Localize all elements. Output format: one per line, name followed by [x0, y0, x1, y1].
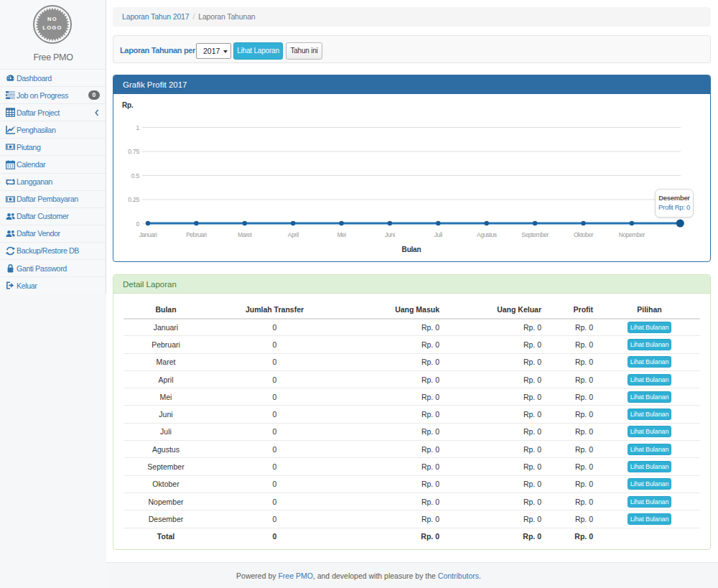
svg-text:0.75: 0.75 — [128, 148, 139, 155]
svg-text:0: 0 — [136, 220, 139, 228]
svg-text:Nopember: Nopember — [619, 231, 645, 238]
svg-text:April: April — [288, 231, 299, 238]
svg-text:Oktober: Oktober — [574, 231, 594, 238]
svg-text:Bulan: Bulan — [402, 246, 421, 253]
svg-text:0.25: 0.25 — [128, 196, 139, 203]
svg-text:Juli: Juli — [434, 231, 443, 238]
svg-text:Mei: Mei — [337, 231, 346, 238]
svg-text:Pebruari: Pebruari — [186, 231, 207, 238]
svg-text:0.5: 0.5 — [131, 172, 140, 179]
svg-text:Maret: Maret — [238, 231, 253, 238]
svg-text:NO: NO — [47, 16, 57, 22]
svg-text:September: September — [521, 231, 549, 238]
svg-text:Agustus: Agustus — [477, 231, 497, 238]
svg-text:LOGO: LOGO — [42, 24, 62, 30]
svg-text:Rp.: Rp. — [122, 101, 134, 109]
svg-text:1: 1 — [136, 124, 139, 131]
svg-text:Januari: Januari — [139, 231, 157, 238]
svg-text:Juni: Juni — [385, 231, 395, 238]
